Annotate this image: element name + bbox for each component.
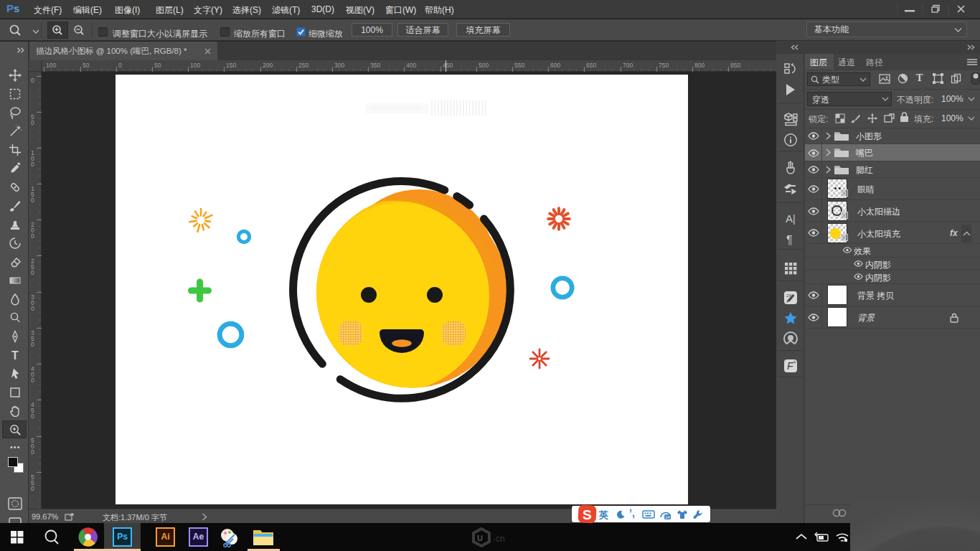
svg-text:T: T: [11, 349, 19, 362]
svg-text:S: S: [583, 507, 592, 522]
svg-text:2X: 2X: [786, 293, 791, 298]
svg-text:24: 24: [665, 515, 670, 519]
svg-text:¶: ¶: [786, 234, 793, 246]
svg-text:U: U: [477, 534, 483, 542]
svg-text:·cn: ·cn: [493, 534, 505, 544]
svg-text:F: F: [787, 360, 794, 372]
svg-text:A|: A|: [786, 212, 796, 225]
